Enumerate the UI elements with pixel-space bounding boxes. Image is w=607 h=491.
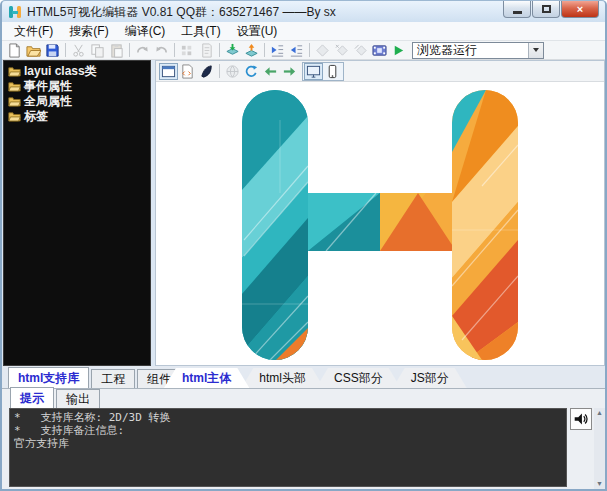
refresh-button[interactable] xyxy=(242,63,261,80)
menu-settings[interactable]: 设置(U) xyxy=(229,21,286,42)
output-side-strip xyxy=(567,408,594,489)
tab-html-library[interactable]: html支持库 xyxy=(8,367,89,388)
menu-tools[interactable]: 工具(T) xyxy=(173,21,228,42)
cut-button[interactable] xyxy=(69,42,88,59)
tab-css-section[interactable]: CSS部分 xyxy=(316,368,401,388)
run-to-cursor-button[interactable] xyxy=(178,42,197,59)
monitor-icon xyxy=(306,64,321,79)
tree-item-event-attrs[interactable]: 事件属性 xyxy=(6,79,150,94)
menu-file[interactable]: 文件(F) xyxy=(6,21,61,42)
back-button[interactable] xyxy=(261,63,280,80)
minimize-icon xyxy=(513,11,522,14)
dropdown-arrow-button[interactable] xyxy=(528,43,543,58)
save-button[interactable] xyxy=(43,42,62,59)
output-scrollbar[interactable]: ▲ ▼ xyxy=(594,408,605,489)
panel-tabs: html支持库 工程 组件 xyxy=(2,367,154,388)
sound-toggle-button[interactable] xyxy=(570,408,592,430)
tab-output[interactable]: 输出 xyxy=(56,389,100,408)
home-page-button[interactable] xyxy=(223,63,242,80)
scroll-up-icon[interactable]: ▲ xyxy=(596,409,603,417)
minimize-button[interactable] xyxy=(503,1,531,18)
design-view-button[interactable] xyxy=(159,63,178,80)
open-file-button[interactable] xyxy=(24,42,43,59)
tab-html-head[interactable]: html头部 xyxy=(241,368,324,388)
folder-icon xyxy=(8,111,21,122)
undo-button[interactable] xyxy=(152,42,171,59)
run-button[interactable] xyxy=(389,42,408,59)
paste-button[interactable] xyxy=(107,42,126,59)
redo-button[interactable] xyxy=(133,42,152,59)
breakpoint-next-button[interactable] xyxy=(332,42,351,59)
editor-toolbar xyxy=(156,61,604,82)
tab-html-body[interactable]: html主体 xyxy=(164,368,249,388)
forward-button[interactable] xyxy=(280,63,299,80)
tree-item-layui-class[interactable]: layui class类 xyxy=(6,64,150,79)
window-controls: × xyxy=(502,1,599,18)
close-button[interactable]: × xyxy=(561,1,599,18)
document-tabs: html主体 html头部 CSS部分 JS部分 xyxy=(154,368,605,388)
output-tab-strip: 提示 输出 xyxy=(2,389,605,408)
design-canvas[interactable] xyxy=(156,82,604,365)
viewport-switch-group xyxy=(302,62,344,81)
cut-icon xyxy=(71,43,86,58)
script-page-icon xyxy=(199,43,214,58)
run-icon xyxy=(391,43,406,58)
diamond-icon xyxy=(315,43,330,58)
movie-icon xyxy=(372,43,387,58)
maximize-button[interactable] xyxy=(532,1,560,18)
folder-icon xyxy=(8,66,21,77)
mobile-view-button[interactable] xyxy=(323,63,342,80)
import-library-button[interactable] xyxy=(223,42,242,59)
copy-button[interactable] xyxy=(88,42,107,59)
title-bar[interactable]: HTML5可视化编辑器 V0.81 QQ群：635271467 ——By sx … xyxy=(2,1,605,22)
tree-item-tags[interactable]: 标签 xyxy=(6,109,150,124)
save-icon xyxy=(45,43,60,58)
tab-hints[interactable]: 提示 xyxy=(10,387,54,408)
redo-icon xyxy=(135,43,150,58)
scroll-down-icon[interactable]: ▼ xyxy=(596,480,603,488)
undo-icon xyxy=(154,43,169,58)
globe-icon xyxy=(225,64,240,79)
output-console[interactable]: * 支持库名称: 2D/3D 转换 * 支持库备注信息: 官方支持库 xyxy=(9,408,567,487)
design-editor xyxy=(155,60,605,366)
toolbar-separator xyxy=(219,43,220,57)
toolbar-separator xyxy=(65,43,66,57)
tab-js-section[interactable]: JS部分 xyxy=(393,368,467,388)
quill-icon xyxy=(199,64,214,79)
toolbar-separator xyxy=(129,43,130,57)
window-title: HTML5可视化编辑器 V0.81 QQ群：635271467 ——By sx xyxy=(27,4,336,21)
window-icon xyxy=(161,64,176,79)
menu-compile[interactable]: 编译(C) xyxy=(117,21,174,42)
script-button[interactable] xyxy=(197,42,216,59)
main-toolbar: 浏览器运行 xyxy=(2,41,605,60)
animation-button[interactable] xyxy=(370,42,389,59)
menu-bar: 文件(F) 搜索(F) 编译(C) 工具(T) 设置(U) xyxy=(2,22,605,41)
export-library-button[interactable] xyxy=(242,42,261,59)
toolbar-separator xyxy=(219,64,220,78)
run-mode-dropdown[interactable]: 浏览器运行 xyxy=(412,42,544,59)
edit-tool-button[interactable] xyxy=(197,63,216,80)
menu-search[interactable]: 搜索(F) xyxy=(61,21,116,42)
diamond-star-icon xyxy=(334,43,349,58)
indent-button[interactable] xyxy=(268,42,287,59)
forward-arrow-icon xyxy=(282,64,297,79)
html-source-button[interactable] xyxy=(178,63,197,80)
maximize-icon xyxy=(542,5,551,13)
new-file-icon xyxy=(7,43,22,58)
tree-item-global-attrs[interactable]: 全局属性 xyxy=(6,94,150,109)
output-line: 官方支持库 xyxy=(14,437,69,450)
folder-icon xyxy=(8,96,21,107)
chevron-down-icon xyxy=(533,48,539,52)
app-window: HTML5可视化编辑器 V0.81 QQ群：635271467 ——By sx … xyxy=(0,0,607,491)
indent-icon xyxy=(270,43,285,58)
copy-icon xyxy=(90,43,105,58)
breakpoint-toggle-button[interactable] xyxy=(313,42,332,59)
tab-project[interactable]: 工程 xyxy=(91,369,135,388)
open-folder-icon xyxy=(26,43,41,58)
speaker-icon xyxy=(572,410,590,428)
breakpoint-clear-button[interactable] xyxy=(351,42,370,59)
layer-import-icon xyxy=(225,43,240,58)
outdent-button[interactable] xyxy=(287,42,306,59)
new-file-button[interactable] xyxy=(5,42,24,59)
desktop-view-button[interactable] xyxy=(304,63,323,80)
